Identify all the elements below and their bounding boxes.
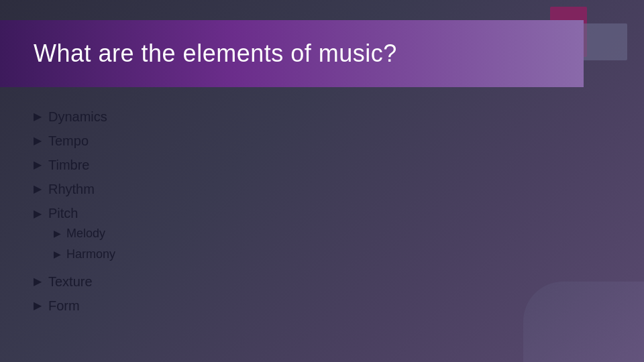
- decorative-bottom-shape: [523, 282, 644, 362]
- sub-bullet-harmony: ▶ Harmony: [54, 246, 115, 263]
- arrow-icon-rhythm: ▶: [34, 182, 42, 196]
- arrow-icon-form: ▶: [34, 298, 42, 313]
- bullet-label-texture: Texture: [48, 272, 93, 291]
- bullet-texture: ▶ Texture: [34, 272, 610, 291]
- arrow-icon-timbre: ▶: [34, 158, 42, 172]
- content-area: ▶ Dynamics ▶ Tempo ▶ Timbre ▶ Rhythm ▶ P: [34, 107, 610, 320]
- accent-rectangle-2: [580, 23, 627, 60]
- bullet-rhythm: ▶ Rhythm: [34, 180, 610, 198]
- slide-title: What are the elements of music?: [34, 40, 397, 68]
- sub-bullet-melody: ▶ Melody: [54, 225, 115, 242]
- bullet-label-dynamics: Dynamics: [48, 107, 107, 126]
- main-bullet-list: ▶ Dynamics ▶ Tempo ▶ Timbre ▶ Rhythm ▶ P: [34, 107, 610, 315]
- arrow-icon-melody: ▶: [54, 227, 61, 241]
- arrow-icon-dynamics: ▶: [34, 109, 42, 124]
- bullet-label-tempo: Tempo: [48, 131, 89, 150]
- arrow-icon-texture: ▶: [34, 274, 42, 289]
- bullet-dynamics: ▶ Dynamics: [34, 107, 610, 126]
- bullet-label-rhythm: Rhythm: [48, 180, 95, 198]
- bullet-timbre: ▶ Timbre: [34, 156, 610, 174]
- bullet-label-timbre: Timbre: [48, 156, 89, 174]
- sub-bullet-label-melody: Melody: [66, 225, 105, 242]
- arrow-icon-pitch: ▶: [34, 206, 42, 221]
- sub-bullet-list-pitch: ▶ Melody ▶ Harmony: [54, 225, 115, 263]
- sub-bullet-label-harmony: Harmony: [66, 246, 115, 263]
- arrow-icon-harmony: ▶: [54, 248, 61, 261]
- bullet-tempo: ▶ Tempo: [34, 131, 610, 150]
- arrow-icon-tempo: ▶: [34, 133, 42, 148]
- slide: What are the elements of music? ▶ Dynami…: [0, 0, 644, 362]
- bullet-pitch: ▶ Pitch ▶ Melody ▶ Harmony: [34, 204, 610, 267]
- title-bar: What are the elements of music?: [0, 20, 584, 87]
- bullet-label-form: Form: [48, 296, 80, 315]
- bullet-label-pitch: Pitch: [48, 204, 78, 223]
